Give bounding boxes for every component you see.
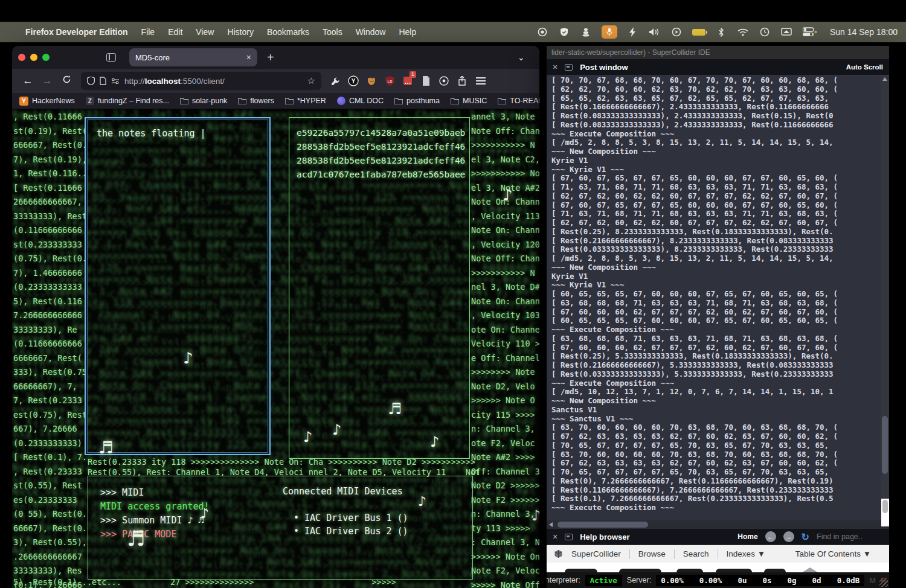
window-minimize-button[interactable]: [30, 54, 37, 61]
bookmark-star-icon[interactable]: ☆: [307, 75, 315, 86]
menubar-menu-item[interactable]: Tools: [323, 27, 342, 37]
scrollbar-thumb[interactable]: [557, 522, 648, 528]
permissions-icon[interactable]: [111, 78, 120, 84]
sc-window-titlebar[interactable]: lider-static-web/supercollider) - SuperC…: [547, 46, 889, 59]
post-vertical-scrollbar[interactable]: [881, 75, 889, 520]
scroll-left-arrow[interactable]: [549, 522, 553, 527]
url-bar[interactable]: http://localhost:5500/client/ ☆: [81, 72, 321, 90]
help-search-link[interactable]: Search: [683, 549, 709, 558]
menubar-menu-item[interactable]: View: [196, 27, 214, 37]
bookmark-hackernews[interactable]: Y HackerNews: [19, 97, 75, 106]
app-menu-icon[interactable]: [476, 77, 486, 85]
help-back-button[interactable]: ←: [765, 531, 776, 542]
app-name[interactable]: Firefox Developer Edition: [25, 27, 128, 37]
menubar-menu-item[interactable]: History: [227, 27, 254, 37]
post-output-line: Kyrie V1: [551, 272, 881, 281]
window-resize-grip[interactable]: [879, 578, 888, 587]
wrench-icon[interactable]: [326, 72, 344, 89]
folder-icon: [238, 98, 246, 104]
back-button[interactable]: ←: [18, 75, 37, 87]
post-output-line: ~~~ Execute Composition ~~~: [551, 130, 881, 139]
new-tab-button[interactable]: +: [267, 51, 274, 65]
record-icon[interactable]: [536, 27, 548, 37]
control-center-icon[interactable]: [802, 27, 818, 37]
tracking-shield-icon[interactable]: [87, 77, 95, 85]
wifi-icon[interactable]: [737, 27, 749, 37]
play-circle-icon[interactable]: [670, 27, 683, 37]
shield-icon[interactable]: [558, 27, 570, 37]
help-browse-link[interactable]: Browse: [638, 549, 666, 558]
menubar-menu-item[interactable]: Bookmarks: [267, 27, 309, 37]
notes-input-box[interactable]: the notes floating |: [85, 117, 271, 455]
volume-icon[interactable]: [649, 27, 661, 37]
shield-extension-icon[interactable]: LD: [381, 72, 399, 89]
interpreter-label: nterpreter:: [547, 576, 580, 584]
help-vertical-scrollbar[interactable]: [881, 499, 889, 526]
scroll-up-arrow[interactable]: [882, 77, 887, 81]
globe-extension-icon[interactable]: [435, 72, 453, 89]
post-horizontal-scrollbar[interactable]: [547, 520, 889, 529]
post-output-line: [ /md5, 2, 8, 8, 5, 3, 8, 15, 13, 2, 11,…: [551, 138, 881, 147]
bookmark-fundingz[interactable]: Z fundingZ – Find res...: [86, 97, 169, 105]
battery-icon[interactable]: [692, 29, 705, 36]
help-toc-dropdown[interactable]: Table Of Contents ▼: [795, 549, 871, 558]
notes-input-text[interactable]: the notes floating |: [97, 128, 206, 139]
fox-extension-icon[interactable]: [362, 72, 381, 89]
bookmark-folder-hyper[interactable]: *HYPER: [285, 97, 326, 105]
bookmark-label: *HYPER: [297, 97, 326, 105]
find-in-page-input[interactable]: [817, 532, 883, 541]
tab-close-icon[interactable]: ×: [246, 53, 251, 62]
music-note-icon: ♪: [430, 433, 439, 450]
bookmark-folder-posthuma[interactable]: posthuma: [394, 97, 440, 105]
hackernews-icon: Y: [19, 97, 28, 106]
url-text[interactable]: http://localhost:5500/client/: [124, 77, 225, 86]
menubar-menu-item[interactable]: File: [141, 27, 155, 37]
y-extension-icon[interactable]: Y: [344, 72, 362, 89]
bookmark-folder-solar-punk[interactable]: solar-punk: [180, 97, 227, 105]
md5-hash: acd71c0767ee1faba787eb87e565baee: [297, 168, 465, 182]
document-extension-icon[interactable]: [417, 72, 435, 89]
post-close-icon[interactable]: ×: [553, 62, 557, 72]
md5-hash: 288538fd2b5eef5e8123921adcfeff46: [297, 140, 465, 154]
shortcuts-icon[interactable]: [627, 27, 639, 37]
menubar-menu-item[interactable]: Edit: [168, 27, 182, 37]
stack-icon[interactable]: [580, 27, 592, 37]
display-icon[interactable]: [780, 27, 792, 37]
window-close-button[interactable]: [18, 54, 25, 61]
help-close-icon[interactable]: ×: [553, 532, 557, 542]
server-stats-chip[interactable]: 0.00%0.00%0u0s0g0d0.0dB: [656, 575, 864, 586]
interpreter-status[interactable]: Active: [585, 575, 622, 586]
mute-indicator[interactable]: M: [869, 576, 876, 585]
window-zoom-button[interactable]: [42, 54, 50, 61]
bluetooth-icon[interactable]: [715, 27, 727, 37]
bookmark-cml-doc[interactable]: CML DOC: [337, 97, 384, 105]
menubar-clock[interactable]: Sun 14 Sep 18:00: [830, 27, 898, 37]
bookmark-folder-music[interactable]: MUSIC: [451, 97, 487, 105]
help-refresh-icon[interactable]: ↻: [802, 531, 809, 543]
url-host: localhost: [145, 77, 181, 86]
help-brand-link[interactable]: SuperCollider: [571, 549, 621, 558]
post-detach-icon[interactable]: [565, 64, 573, 71]
clock-icon[interactable]: [759, 27, 771, 37]
reload-button[interactable]: [57, 75, 76, 87]
forward-button[interactable]: →: [37, 75, 57, 87]
notes-extension-icon[interactable]: 1: [399, 72, 417, 89]
tab-md5-core[interactable]: MD5-core ×: [129, 48, 257, 66]
page-info-icon[interactable]: [100, 77, 106, 85]
sidebar-toggle-icon[interactable]: [106, 53, 116, 62]
microphone-active-icon[interactable]: [602, 25, 617, 39]
help-detach-icon[interactable]: [565, 534, 573, 540]
url-prefix: http://: [124, 77, 145, 86]
bookmark-folder-to-read[interactable]: TO-READ: [498, 97, 539, 105]
tab-list-chevron-icon[interactable]: ⌄: [517, 52, 525, 63]
scrollbar-thumb[interactable]: [882, 416, 888, 474]
home-button[interactable]: Home: [737, 532, 757, 541]
share-icon[interactable]: [453, 72, 471, 89]
menubar-menu-item[interactable]: Help: [399, 27, 416, 37]
help-forward-button[interactable]: →: [783, 531, 794, 542]
help-indexes-dropdown[interactable]: Indexes ▼: [727, 549, 765, 558]
bookmark-folder-flowers[interactable]: flowers: [238, 97, 274, 105]
menubar-menu-item[interactable]: Window: [356, 27, 386, 37]
auto-scroll-toggle[interactable]: Auto Scroll: [846, 63, 883, 71]
help-browser-dock-bar: × Help browser Home ← → ↻: [547, 529, 889, 545]
